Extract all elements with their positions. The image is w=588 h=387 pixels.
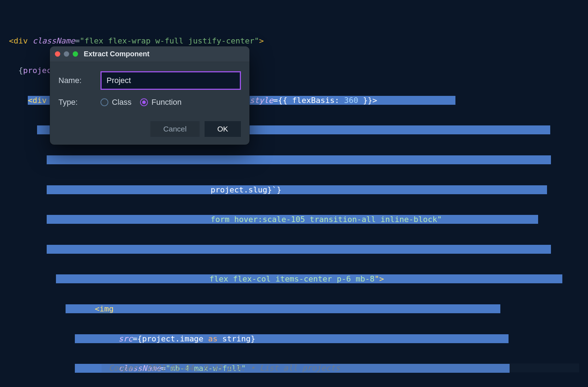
expr: ={project.image (133, 334, 208, 343)
code-line (9, 242, 588, 257)
string: form hover:scale-105 transition-all inli… (211, 215, 442, 224)
name-row: Name: (58, 71, 241, 90)
indent (9, 215, 47, 224)
cancel-button[interactable]: Cancel (150, 121, 199, 137)
expr: ={{ flexBasis: (273, 96, 344, 105)
radio-function-label: Function (151, 98, 181, 107)
type-row: Type: Class Function (58, 98, 241, 107)
indent (9, 274, 56, 283)
radio-icon (140, 98, 148, 106)
name-label: Name: (58, 76, 94, 85)
zoom-window-icon[interactable] (73, 51, 78, 57)
expr: project.slug}`} (211, 185, 282, 194)
indent (9, 304, 66, 313)
window-controls (55, 51, 78, 57)
attr: src (118, 334, 133, 343)
component-name-input[interactable] (100, 71, 241, 90)
tag-close: > (259, 36, 264, 45)
minimize-window-icon[interactable] (64, 51, 69, 57)
brace: { (9, 66, 23, 75)
git-blame-annotation: Cooper, 2021-01-04, 9:43 p.m. • List all… (102, 363, 579, 372)
indent (9, 155, 47, 164)
indent (9, 334, 75, 343)
radio-dot-icon (142, 100, 146, 104)
code-line: flex flex-col items-center p-6 mb-8"> (9, 272, 588, 287)
number: 360 (344, 96, 358, 105)
code-line: form hover:scale-105 transition-all inli… (9, 212, 588, 227)
radio-class[interactable]: Class (100, 98, 131, 107)
attr: style (250, 96, 273, 105)
tag-open: <div (9, 36, 32, 45)
lt: < (95, 304, 99, 313)
radio-function[interactable]: Function (140, 98, 181, 107)
type-radio-group: Class Function (100, 98, 181, 107)
indent (9, 185, 47, 194)
indent (9, 96, 28, 105)
dialog-body: Name: Type: Class Function (50, 62, 249, 121)
type-label: Type: (58, 98, 94, 107)
radio-class-label: Class (112, 98, 131, 107)
eq: = (75, 36, 79, 45)
img-tag: img (99, 304, 114, 313)
expr: string} (218, 334, 256, 343)
radio-icon (100, 98, 108, 106)
attr: className (32, 36, 75, 45)
code-line: src={project.image as string} (9, 331, 588, 346)
dialog-titlebar[interactable]: Extract Component (50, 46, 249, 62)
end: }}> (358, 96, 377, 105)
extract-component-dialog: Extract Component Name: Type: Class Func… (50, 46, 249, 145)
close-window-icon[interactable] (55, 51, 60, 57)
tag: <div (28, 96, 51, 105)
kw-as: as (208, 334, 218, 343)
tag-close: "> (375, 274, 384, 283)
dialog-buttons: Cancel OK (50, 121, 249, 145)
dialog-title: Extract Component (84, 50, 149, 58)
indent (9, 364, 75, 373)
indent (9, 245, 47, 254)
string: "flex flex-wrap w-full justify-center" (80, 36, 259, 45)
string: flex flex-col items-center p-6 mb-8 (209, 274, 375, 283)
code-line (9, 153, 588, 167)
code-line: <img (9, 301, 588, 316)
ok-button[interactable]: OK (205, 121, 241, 137)
code-line: project.slug}`} (9, 182, 588, 197)
indent (9, 125, 37, 134)
